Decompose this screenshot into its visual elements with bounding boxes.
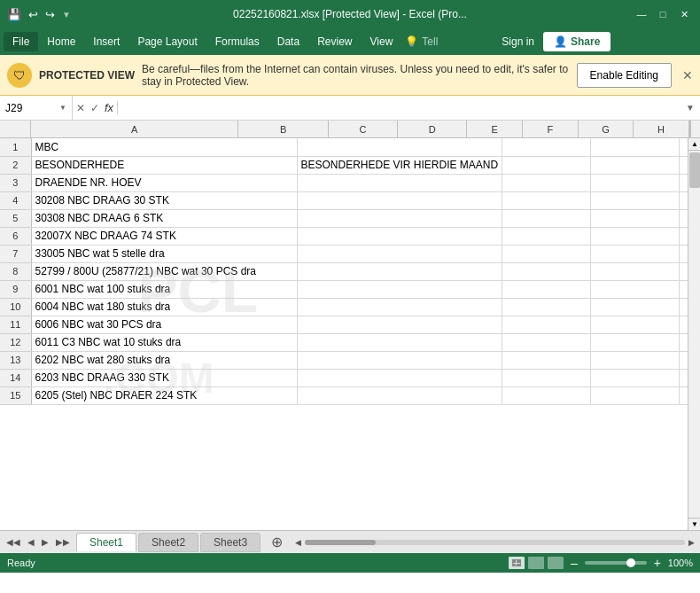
cell-12-D[interactable] bbox=[591, 333, 680, 351]
cell-15-C[interactable] bbox=[502, 386, 591, 404]
cell-13-D[interactable] bbox=[591, 351, 680, 369]
cell-6-C[interactable] bbox=[502, 227, 591, 245]
table-row[interactable]: 96001 NBC wat 100 stuks dra bbox=[0, 280, 688, 298]
confirm-formula-icon[interactable]: ✓ bbox=[90, 102, 99, 114]
menu-data[interactable]: Data bbox=[268, 32, 308, 51]
cell-1-C[interactable] bbox=[502, 138, 591, 156]
table-row[interactable]: 126011 C3 NBC wat 10 stuks dra bbox=[0, 333, 688, 351]
sheet-tab-1[interactable]: Sheet1 bbox=[76, 533, 136, 551]
h-scroll-track[interactable] bbox=[305, 540, 685, 545]
sheet-nav-next[interactable]: ▶ bbox=[39, 537, 51, 547]
cell-10-D[interactable] bbox=[591, 298, 680, 316]
cell-12-E[interactable] bbox=[680, 333, 688, 351]
cell-10-C[interactable] bbox=[502, 298, 591, 316]
cell-5-A[interactable]: 30308 NBC DRAAG 6 STK bbox=[31, 209, 297, 227]
cell-10-E[interactable] bbox=[680, 298, 688, 316]
table-row[interactable]: 2BESONDERHEDEBESONDERHEDE VIR HIERDIE MA… bbox=[0, 156, 688, 174]
col-header-b[interactable]: B bbox=[238, 121, 329, 137]
cell-1-D[interactable] bbox=[591, 138, 680, 156]
cell-4-D[interactable] bbox=[591, 191, 680, 209]
cell-1-E[interactable] bbox=[680, 138, 688, 156]
name-box-dropdown[interactable]: ▼ bbox=[59, 104, 66, 112]
menu-review[interactable]: Review bbox=[308, 32, 361, 51]
menu-home[interactable]: Home bbox=[38, 32, 84, 51]
col-header-e[interactable]: E bbox=[467, 121, 523, 137]
cell-13-B[interactable] bbox=[297, 351, 502, 369]
sheet-nav-first[interactable]: ◀◀ bbox=[4, 537, 23, 547]
add-sheet-button[interactable]: ⊕ bbox=[264, 534, 290, 550]
page-break-icon[interactable] bbox=[548, 557, 564, 569]
page-layout-icon[interactable] bbox=[528, 557, 544, 569]
scroll-up-arrow[interactable]: ▲ bbox=[688, 138, 700, 151]
scroll-left-arrow[interactable]: ◀ bbox=[295, 538, 301, 547]
cell-9-A[interactable]: 6001 NBC wat 100 stuks dra bbox=[31, 280, 297, 298]
table-row[interactable]: 156205 (Stel) NBC DRAER 224 STK bbox=[0, 386, 688, 404]
cell-4-E[interactable] bbox=[680, 191, 688, 209]
formula-input[interactable] bbox=[118, 102, 686, 114]
cell-7-D[interactable] bbox=[591, 245, 680, 262]
cell-8-C[interactable] bbox=[502, 262, 591, 280]
table-row[interactable]: 106004 NBC wat 180 stuks dra bbox=[0, 298, 688, 316]
zoom-out-button[interactable]: – bbox=[571, 556, 578, 570]
cell-3-C[interactable] bbox=[502, 174, 591, 191]
cell-1-B[interactable] bbox=[297, 138, 502, 156]
formula-bar-expand[interactable]: ▼ bbox=[686, 103, 700, 113]
col-header-f[interactable]: F bbox=[523, 121, 579, 137]
cell-11-C[interactable] bbox=[502, 316, 591, 333]
cell-7-C[interactable] bbox=[502, 245, 591, 262]
cell-2-E[interactable] bbox=[680, 156, 688, 174]
scroll-right-arrow[interactable]: ▶ bbox=[688, 538, 695, 547]
cell-2-C[interactable] bbox=[502, 156, 591, 174]
cell-5-C[interactable] bbox=[502, 209, 591, 227]
cell-9-E[interactable] bbox=[680, 280, 688, 298]
cell-15-E[interactable] bbox=[680, 386, 688, 404]
tell-me-box[interactable]: 💡 bbox=[405, 35, 493, 48]
cell-11-A[interactable]: 6006 NBC wat 30 PCS dra bbox=[31, 316, 297, 333]
sheet-tab-2[interactable]: Sheet2 bbox=[138, 533, 198, 552]
cell-5-E[interactable] bbox=[680, 209, 688, 227]
cell-12-A[interactable]: 6011 C3 NBC wat 10 stuks dra bbox=[31, 333, 297, 351]
scroll-thumb-v[interactable] bbox=[689, 152, 700, 188]
cell-13-A[interactable]: 6202 NBC wat 280 stuks dra bbox=[31, 351, 297, 369]
cell-4-A[interactable]: 30208 NBC DRAAG 30 STK bbox=[31, 191, 297, 209]
cell-12-B[interactable] bbox=[297, 333, 502, 351]
table-row[interactable]: 632007X NBC DRAAG 74 STK bbox=[0, 227, 688, 245]
cell-1-A[interactable]: MBC bbox=[31, 138, 297, 156]
enable-editing-button[interactable]: Enable Editing bbox=[577, 63, 672, 88]
cell-8-A[interactable]: 52799 / 800U (25877/21) NBC wat 30 PCS d… bbox=[31, 262, 297, 280]
table-row[interactable]: 852799 / 800U (25877/21) NBC wat 30 PCS … bbox=[0, 262, 688, 280]
zoom-in-button[interactable]: + bbox=[654, 556, 661, 570]
table-row[interactable]: 530308 NBC DRAAG 6 STK bbox=[0, 209, 688, 227]
zoom-slider[interactable] bbox=[585, 561, 647, 565]
save-icon[interactable]: 💾 bbox=[7, 8, 21, 21]
cell-4-C[interactable] bbox=[502, 191, 591, 209]
col-header-d[interactable]: D bbox=[398, 121, 467, 137]
sign-in-button[interactable]: Sign in bbox=[496, 32, 540, 51]
cancel-formula-icon[interactable]: ✕ bbox=[76, 102, 85, 114]
table-row[interactable]: 733005 NBC wat 5 stelle dra bbox=[0, 245, 688, 262]
table-row[interactable]: 1MBC bbox=[0, 138, 688, 156]
quick-access-more[interactable]: ▼ bbox=[62, 10, 71, 20]
menu-formulas[interactable]: Formulas bbox=[206, 32, 268, 51]
cell-11-D[interactable] bbox=[591, 316, 680, 333]
cell-10-A[interactable]: 6004 NBC wat 180 stuks dra bbox=[31, 298, 297, 316]
col-header-g[interactable]: G bbox=[579, 121, 634, 137]
table-row[interactable]: 146203 NBC DRAAG 330 STK bbox=[0, 369, 688, 386]
cell-11-B[interactable] bbox=[297, 316, 502, 333]
share-button[interactable]: 👤 Share bbox=[543, 32, 611, 51]
maximize-button[interactable]: □ bbox=[654, 5, 672, 23]
cell-14-D[interactable] bbox=[591, 369, 680, 386]
h-scroll-thumb[interactable] bbox=[305, 540, 376, 545]
cell-11-E[interactable] bbox=[680, 316, 688, 333]
table-row[interactable]: 116006 NBC wat 30 PCS dra bbox=[0, 316, 688, 333]
col-header-a[interactable]: A bbox=[31, 121, 238, 137]
menu-page-layout[interactable]: Page Layout bbox=[128, 32, 206, 51]
cell-6-A[interactable]: 32007X NBC DRAAG 74 STK bbox=[31, 227, 297, 245]
cell-14-B[interactable] bbox=[297, 369, 502, 386]
cell-6-D[interactable] bbox=[591, 227, 680, 245]
name-box[interactable]: J29 ▼ bbox=[0, 96, 73, 120]
cell-15-B[interactable] bbox=[297, 386, 502, 404]
sheet-nav-prev[interactable]: ◀ bbox=[25, 537, 37, 547]
cell-8-D[interactable] bbox=[591, 262, 680, 280]
cell-9-C[interactable] bbox=[502, 280, 591, 298]
